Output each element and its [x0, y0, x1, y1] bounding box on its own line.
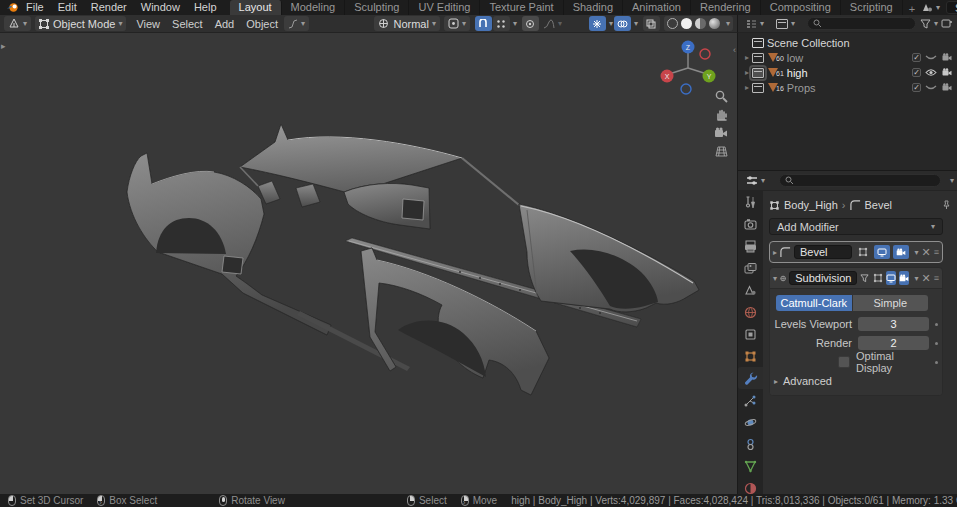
modifier-extras-caret[interactable]: ▾ [915, 248, 919, 257]
hide-eye-closed-icon[interactable] [925, 84, 937, 92]
scene-icon[interactable] [921, 2, 933, 13]
modifier-name-field[interactable]: Subdivision [789, 271, 857, 285]
drag-handle-icon[interactable]: ≡ [934, 247, 939, 257]
gizmo-x-neg-axis[interactable] [700, 49, 710, 59]
editor-type-button[interactable]: ▾ [4, 16, 31, 31]
shading-material-button[interactable] [695, 18, 706, 29]
outliner-display-mode-dropdown[interactable]: ▾ [742, 16, 768, 31]
toolbar-expand-arrow[interactable]: ▸ [1, 41, 6, 51]
tool-settings-dropdown[interactable]: ▾ [284, 16, 309, 31]
viewport-display-toggle[interactable] [886, 271, 896, 285]
menu-file[interactable]: File [19, 0, 51, 15]
xray-toggle[interactable] [643, 16, 660, 31]
breadcrumb-modifier-name[interactable]: Bevel [865, 199, 893, 211]
expand-arrow-icon[interactable]: ▸ [773, 248, 777, 257]
outliner-search-input[interactable] [807, 17, 916, 30]
tab-output[interactable] [738, 235, 763, 257]
exclude-checkbox[interactable]: ✓ [912, 68, 921, 77]
scene-selector[interactable]: Scene ⧉ ✕ [946, 1, 957, 14]
3d-viewport[interactable]: ▸ ‹ Z X Y [0, 33, 737, 494]
animate-decorator[interactable] [935, 342, 938, 345]
tab-object-data[interactable] [738, 455, 763, 477]
tab-compositing[interactable]: Compositing [761, 0, 841, 15]
optimal-display-checkbox[interactable] [838, 356, 850, 368]
tab-tool[interactable] [738, 191, 763, 213]
tab-scripting[interactable]: Scripting [841, 0, 903, 15]
snap-toggle[interactable] [475, 16, 492, 31]
tab-shading[interactable]: Shading [564, 0, 623, 15]
hide-eye-closed-icon[interactable] [925, 54, 937, 62]
modifier-extras-caret[interactable]: ▾ [915, 274, 919, 283]
tab-physics[interactable] [738, 411, 763, 433]
outliner-filter-id-dropdown[interactable]: ▾ [772, 16, 799, 31]
tab-constraints[interactable] [738, 433, 763, 455]
proportional-editing-toggle[interactable] [522, 16, 539, 31]
tab-object[interactable] [738, 345, 763, 367]
tab-scene[interactable] [738, 279, 763, 301]
mode-selector[interactable]: Object Mode ▾ [35, 16, 126, 31]
gizmo-z-neg-axis[interactable] [681, 84, 691, 94]
modifier-header-bevel[interactable]: ▸ Bevel ▾ ✕ ≡ [770, 242, 942, 262]
sidebar-collapse-arrow[interactable]: ‹ [733, 45, 736, 55]
shading-rendered-button[interactable] [709, 18, 720, 29]
expand-arrow-icon[interactable]: ▸ [742, 83, 752, 92]
breadcrumb-object-name[interactable]: Body_High [784, 199, 838, 211]
zoom-tool-icon[interactable] [711, 88, 731, 105]
add-workspace-button[interactable]: + [903, 3, 921, 15]
shading-caret[interactable]: ▾ [726, 19, 730, 28]
add-modifier-button[interactable]: Add Modifier ▾ [769, 218, 943, 235]
drag-handle-icon[interactable]: ≡ [934, 273, 939, 283]
shading-wireframe-button[interactable] [667, 18, 678, 29]
render-levels-slider[interactable]: 2 [858, 336, 929, 350]
properties-editor-type-button[interactable]: ▾ [742, 173, 769, 188]
outliner-row-props[interactable]: ▸ 16 Props ✓ [738, 80, 957, 95]
tab-particles[interactable] [738, 389, 763, 411]
tab-collection-properties[interactable] [738, 323, 763, 345]
snap-target-dropdown[interactable] [493, 16, 510, 31]
modifier-header-subdivision[interactable]: ▾ Subdivision ▾ ✕ ≡ [770, 268, 942, 288]
simple-button[interactable]: Simple [853, 295, 929, 311]
menu-edit[interactable]: Edit [51, 0, 84, 15]
show-gizmo-dropdown[interactable] [589, 16, 606, 31]
pivot-point-dropdown[interactable]: ▾ [444, 16, 470, 31]
animate-decorator[interactable] [935, 361, 938, 364]
show-overlays-dropdown[interactable] [614, 16, 631, 31]
outliner-filter-button[interactable] [920, 19, 931, 29]
catmull-clark-button[interactable]: Catmull-Clark [776, 295, 852, 311]
pin-icon[interactable] [941, 200, 951, 210]
outliner-row-low[interactable]: ▸ 60 low ✓ [738, 50, 957, 65]
scene-browse-caret[interactable]: ▾ [936, 3, 940, 12]
delete-modifier-icon[interactable]: ✕ [922, 272, 931, 285]
disable-render-camera-icon[interactable] [941, 53, 953, 62]
edit-mode-display-toggle[interactable] [855, 245, 871, 259]
tab-sculpting[interactable]: Sculpting [345, 0, 409, 15]
properties-options-caret[interactable]: ▾ [950, 176, 954, 185]
tab-world[interactable] [738, 301, 763, 323]
transform-orientation-dropdown[interactable]: Normal ▾ [374, 16, 439, 31]
blender-logo-icon[interactable] [6, 2, 19, 13]
outliner-row-scene-collection[interactable]: Scene Collection [738, 35, 957, 50]
tab-render[interactable] [738, 213, 763, 235]
tab-modeling[interactable]: Modeling [282, 0, 346, 15]
tab-texture-paint[interactable]: Texture Paint [480, 0, 563, 15]
tab-layout[interactable]: Layout [230, 0, 282, 15]
overlays-caret[interactable]: ▾ [634, 19, 638, 28]
falloff-caret[interactable]: ▾ [558, 19, 562, 28]
snap-caret[interactable]: ▾ [513, 19, 517, 28]
exclude-checkbox[interactable]: ✓ [912, 53, 921, 62]
outliner-row-high[interactable]: ▸ 61 high ✓ [738, 65, 957, 80]
on-cage-toggle[interactable] [860, 271, 869, 285]
advanced-section-toggle[interactable]: ▸ Advanced [774, 373, 938, 389]
shading-solid-button[interactable] [681, 18, 692, 29]
menu-window[interactable]: Window [134, 0, 187, 15]
menu-help[interactable]: Help [187, 0, 224, 15]
render-display-toggle[interactable] [899, 271, 909, 285]
collapse-arrow-icon[interactable]: ▾ [773, 274, 777, 283]
expand-arrow-icon[interactable]: ▸ [742, 53, 752, 62]
hide-eye-open-icon[interactable] [925, 68, 937, 77]
navigation-gizmo[interactable]: Z X Y [659, 38, 717, 96]
expand-arrow-icon[interactable]: ▸ [742, 68, 752, 77]
tab-modifiers[interactable] [738, 367, 763, 389]
tab-animation[interactable]: Animation [623, 0, 691, 15]
disable-render-camera-icon[interactable] [941, 83, 953, 92]
